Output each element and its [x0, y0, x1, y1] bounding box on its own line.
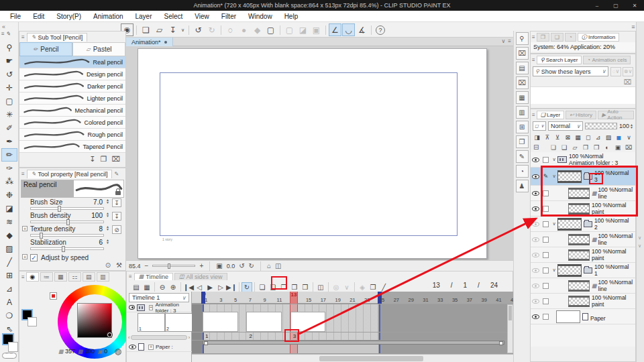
eye-icon[interactable] — [532, 191, 539, 196]
blend-mode-dropdown[interactable]: Normal∨ — [548, 121, 583, 131]
delete-layer-icon[interactable]: ⌧ — [624, 143, 633, 152]
collapse-caret-icon[interactable]: ∨ — [551, 157, 557, 162]
fill-ref-icon[interactable]: ◪ — [297, 23, 309, 36]
stack-dock-icon[interactable]: ❐ — [516, 135, 529, 148]
tone-dock-icon[interactable]: ▦ — [516, 91, 529, 104]
copy-subtool-icon[interactable]: ❐ — [100, 155, 107, 164]
brush-tip-dropdown[interactable]: ◻∨ — [533, 121, 546, 131]
layer-row-line[interactable]: ▦100 %Normalline — [531, 232, 635, 247]
right-scroll-strip[interactable]: ∨∨ — [636, 22, 644, 362]
opacity-spinner[interactable]: ▲▼ — [630, 123, 633, 129]
eye-icon[interactable] — [532, 158, 539, 162]
pencil-tool[interactable]: ✏ — [1, 148, 17, 162]
snap-special-ruler-icon[interactable]: ◡ — [342, 23, 355, 36]
color-slider-tab[interactable]: ≔ — [40, 272, 53, 282]
select-checkbox[interactable] — [543, 283, 549, 289]
brush-item[interactable]: Rough pencil — [19, 129, 125, 141]
cel-thumbnail-1[interactable]: 1 — [138, 313, 165, 332]
subview-tab[interactable]: ❏ — [551, 33, 564, 42]
select-checkbox[interactable] — [543, 157, 549, 163]
select-checkbox[interactable] — [543, 298, 549, 304]
menu-item[interactable]: Select — [158, 13, 189, 20]
go-to-start-icon[interactable]: ❙◀ — [183, 282, 194, 292]
apply-mask-icon[interactable]: ▣ — [613, 143, 623, 152]
timeline-tab[interactable]: ▦Timeline — [134, 273, 173, 280]
layer-thumbnail[interactable] — [568, 203, 590, 215]
layer-thumbnail[interactable] — [568, 296, 590, 307]
opacity-slider[interactable] — [585, 123, 617, 129]
layer-row-3[interactable]: ✎∨100 %Normal3 — [531, 168, 635, 186]
brush-item[interactable]: Tapered Pencil — [19, 141, 125, 153]
timeline-zoom-out-icon[interactable]: ⊖ — [157, 282, 168, 292]
layer-row-paper[interactable]: Paper — [531, 309, 635, 324]
new-layer-settings-icon[interactable]: ❑ — [559, 143, 569, 152]
filter-add-dropdown[interactable]: ◌∨ — [610, 67, 621, 76]
subtool-tab-pastel[interactable]: ▱Pastel — [72, 42, 125, 56]
timeline-zoom-in-icon[interactable]: ⊕ — [168, 282, 178, 292]
eye-icon[interactable] — [532, 299, 539, 304]
redo-icon[interactable]: ↻ — [205, 23, 218, 36]
material-dock-icon[interactable]: ⊞ — [516, 121, 529, 133]
brush-item[interactable]: Lighter pencil — [19, 93, 125, 105]
transparent-color-swatch[interactable]: ⌒⌒ — [2, 353, 17, 359]
cel-scrollbar[interactable] — [131, 335, 186, 340]
hand-tool[interactable]: ☛ — [1, 54, 17, 68]
tab-list-icon[interactable]: ≡ — [508, 38, 511, 44]
onion-skin-dropdown-icon[interactable]: ∨ — [341, 282, 352, 292]
stencil-icon[interactable]: ▣ — [310, 23, 323, 36]
sub-color-swatch[interactable] — [8, 342, 18, 352]
select-checkbox[interactable] — [543, 221, 549, 227]
select-checkbox[interactable] — [543, 252, 549, 258]
paper-duration-bar[interactable] — [203, 341, 504, 345]
create-mask-icon[interactable]: ◐ — [602, 143, 612, 152]
item-list-dock-icon[interactable]: ▥ — [516, 106, 529, 119]
paper-track[interactable]: + Paper : — [127, 343, 192, 352]
collapse-caret-icon[interactable]: ∨ — [551, 267, 557, 273]
timeline-list-icon[interactable]: ▤ — [131, 282, 142, 292]
layer-thumbnail[interactable] — [557, 264, 582, 277]
onion-skin-icon[interactable]: ◎ — [331, 282, 341, 292]
balloon-tool[interactable]: ❍ — [1, 309, 17, 322]
auto-action-tab[interactable]: ▶ Auto Action — [598, 111, 634, 119]
slider-option-button[interactable]: ⊘ — [112, 225, 121, 234]
filter-clear-dropdown[interactable]: ⊗∨ — [623, 67, 633, 76]
menu-item[interactable]: Filter — [215, 13, 242, 20]
eye-icon[interactable] — [532, 268, 539, 273]
rotate-cw-icon[interactable]: ↻ — [249, 262, 254, 269]
brush-item[interactable]: Darker pencil — [19, 80, 125, 93]
light-table-icon[interactable]: ◈ — [357, 282, 368, 292]
menu-item[interactable]: Story(P) — [50, 13, 87, 20]
quick-access-dock-icon[interactable]: ⚲ — [516, 32, 529, 45]
eye-icon[interactable] — [129, 345, 136, 349]
help-icon[interactable]: ? — [376, 25, 385, 35]
color-set-tab[interactable]: ▦ — [54, 272, 67, 282]
zoom-slider[interactable] — [152, 265, 195, 267]
subtool-detail-icon[interactable]: ⚒ — [116, 261, 122, 269]
slider-track[interactable] — [30, 221, 104, 223]
timeline-v-scrollbar[interactable] — [507, 304, 513, 353]
menu-item[interactable]: Animation — [87, 13, 129, 20]
mask-enable-icon[interactable]: ◻ — [584, 133, 592, 141]
subtool-tab-pencil[interactable]: ✏Pencil — [19, 42, 72, 56]
brush-item[interactable]: Mechanical pencil — [19, 105, 125, 117]
layer-thumbnail[interactable] — [556, 310, 580, 323]
pen-tool[interactable]: ✒ — [1, 135, 17, 148]
slider-option-button[interactable]: ↧ — [112, 212, 121, 221]
rotate-ccw-icon[interactable]: ↺ — [239, 262, 244, 269]
selection-border-icon[interactable]: ▢ — [264, 23, 277, 36]
value-spinner[interactable]: ▲▼ — [106, 225, 109, 231]
canvas-page[interactable]: 1 story — [138, 48, 487, 259]
saturation-value-square[interactable] — [77, 303, 112, 338]
brush-tool[interactable]: ✑ — [1, 162, 17, 175]
layer-thumbnail[interactable] — [568, 280, 590, 292]
ruler-tool[interactable]: ⊿ — [1, 282, 17, 296]
eye-icon[interactable] — [532, 237, 539, 242]
navigator-tab[interactable]: ❐ — [537, 33, 549, 42]
layer-tab[interactable]: ❏ Layer — [537, 111, 564, 119]
menu-item[interactable]: Layer — [129, 13, 158, 20]
blend-tool[interactable]: ≋ — [1, 215, 17, 229]
move-layer-tool[interactable]: ✛ — [1, 81, 17, 95]
document-tab[interactable]: Animation* — [126, 38, 173, 46]
menu-item[interactable]: File — [4, 13, 27, 20]
decoration-tool[interactable]: ❉ — [1, 188, 17, 202]
